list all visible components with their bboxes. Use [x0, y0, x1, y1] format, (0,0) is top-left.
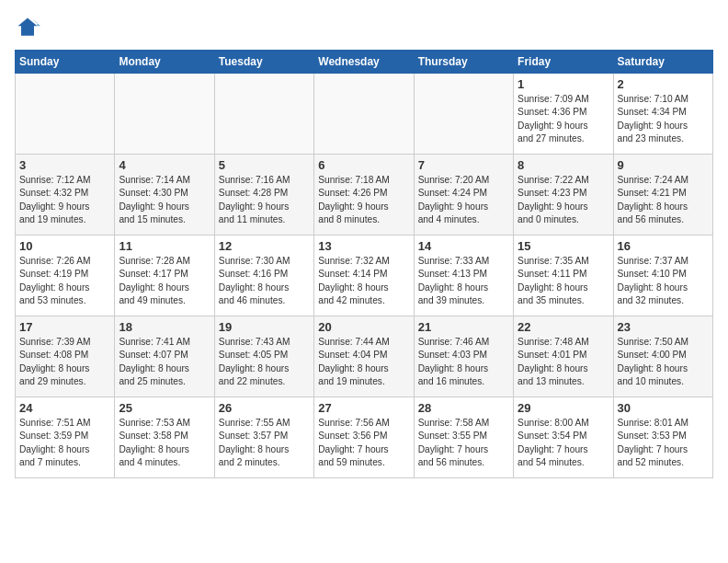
day-info: Sunrise: 7:33 AM Sunset: 4:13 PM Dayligh… — [418, 255, 509, 307]
calendar-day: 22Sunrise: 7:48 AM Sunset: 4:01 PM Dayli… — [514, 316, 613, 397]
calendar-day: 25Sunrise: 7:53 AM Sunset: 3:58 PM Dayli… — [115, 397, 214, 478]
day-number: 9 — [618, 158, 709, 172]
calendar-day: 24Sunrise: 7:51 AM Sunset: 3:59 PM Dayli… — [16, 397, 115, 478]
calendar-week-row: 10Sunrise: 7:26 AM Sunset: 4:19 PM Dayli… — [16, 236, 713, 316]
day-info: Sunrise: 7:35 AM Sunset: 4:11 PM Dayligh… — [518, 255, 609, 307]
day-info: Sunrise: 7:16 AM Sunset: 4:28 PM Dayligh… — [219, 174, 310, 226]
calendar-day: 3Sunrise: 7:12 AM Sunset: 4:32 PM Daylig… — [16, 155, 115, 236]
calendar-week-row: 24Sunrise: 7:51 AM Sunset: 3:59 PM Dayli… — [16, 397, 713, 478]
calendar-day: 20Sunrise: 7:44 AM Sunset: 4:04 PM Dayli… — [314, 316, 414, 397]
day-number: 4 — [119, 158, 210, 172]
day-number: 7 — [418, 158, 509, 172]
weekday-header-monday: Monday — [115, 51, 214, 74]
day-number: 10 — [19, 239, 110, 253]
calendar-day: 15Sunrise: 7:35 AM Sunset: 4:11 PM Dayli… — [514, 236, 613, 316]
day-number: 6 — [318, 158, 409, 172]
day-number: 8 — [518, 158, 609, 172]
day-info: Sunrise: 7:10 AM Sunset: 4:34 PM Dayligh… — [618, 93, 709, 145]
day-info: Sunrise: 7:14 AM Sunset: 4:30 PM Dayligh… — [119, 174, 210, 226]
day-number: 25 — [119, 401, 210, 415]
day-info: Sunrise: 7:09 AM Sunset: 4:36 PM Dayligh… — [518, 93, 609, 145]
calendar-day — [115, 74, 214, 155]
day-number: 12 — [219, 239, 310, 253]
calendar-day: 29Sunrise: 8:00 AM Sunset: 3:54 PM Dayli… — [514, 397, 613, 478]
weekday-header-friday: Friday — [514, 51, 613, 74]
calendar-day: 12Sunrise: 7:30 AM Sunset: 4:16 PM Dayli… — [214, 236, 313, 316]
day-info: Sunrise: 7:37 AM Sunset: 4:10 PM Dayligh… — [618, 255, 709, 307]
calendar-day: 8Sunrise: 7:22 AM Sunset: 4:23 PM Daylig… — [514, 155, 613, 236]
calendar-day: 6Sunrise: 7:18 AM Sunset: 4:26 PM Daylig… — [314, 155, 414, 236]
calendar-day: 30Sunrise: 8:01 AM Sunset: 3:53 PM Dayli… — [613, 397, 712, 478]
weekday-header-sunday: Sunday — [16, 51, 115, 74]
day-info: Sunrise: 7:12 AM Sunset: 4:32 PM Dayligh… — [19, 174, 110, 226]
day-number: 14 — [418, 239, 509, 253]
day-info: Sunrise: 7:56 AM Sunset: 3:56 PM Dayligh… — [318, 417, 409, 469]
day-info: Sunrise: 7:58 AM Sunset: 3:55 PM Dayligh… — [418, 417, 509, 469]
calendar-day: 28Sunrise: 7:58 AM Sunset: 3:55 PM Dayli… — [414, 397, 513, 478]
calendar-week-row: 1Sunrise: 7:09 AM Sunset: 4:36 PM Daylig… — [16, 74, 713, 155]
calendar-day: 9Sunrise: 7:24 AM Sunset: 4:21 PM Daylig… — [613, 155, 712, 236]
day-info: Sunrise: 7:53 AM Sunset: 3:58 PM Dayligh… — [119, 417, 210, 469]
calendar-day: 4Sunrise: 7:14 AM Sunset: 4:30 PM Daylig… — [115, 155, 214, 236]
calendar-day — [314, 74, 414, 155]
day-number: 5 — [219, 158, 310, 172]
day-number: 17 — [19, 320, 110, 334]
day-info: Sunrise: 7:28 AM Sunset: 4:17 PM Dayligh… — [119, 255, 210, 307]
weekday-header-saturday: Saturday — [613, 51, 712, 74]
day-number: 29 — [518, 401, 609, 415]
day-info: Sunrise: 7:18 AM Sunset: 4:26 PM Dayligh… — [318, 174, 409, 226]
day-info: Sunrise: 7:26 AM Sunset: 4:19 PM Dayligh… — [19, 255, 110, 307]
calendar-header-row: SundayMondayTuesdayWednesdayThursdayFrid… — [16, 51, 713, 74]
calendar-day: 7Sunrise: 7:20 AM Sunset: 4:24 PM Daylig… — [414, 155, 513, 236]
calendar-day: 1Sunrise: 7:09 AM Sunset: 4:36 PM Daylig… — [514, 74, 613, 155]
day-info: Sunrise: 7:20 AM Sunset: 4:24 PM Dayligh… — [418, 174, 509, 226]
day-number: 19 — [219, 320, 310, 334]
calendar-day — [414, 74, 513, 155]
day-number: 11 — [119, 239, 210, 253]
day-number: 16 — [618, 239, 709, 253]
calendar-day: 18Sunrise: 7:41 AM Sunset: 4:07 PM Dayli… — [115, 316, 214, 397]
calendar-day: 19Sunrise: 7:43 AM Sunset: 4:05 PM Dayli… — [214, 316, 313, 397]
logo-icon — [15, 15, 40, 40]
day-number: 2 — [618, 77, 709, 91]
day-number: 21 — [418, 320, 509, 334]
page-header — [15, 15, 713, 40]
day-number: 13 — [318, 239, 409, 253]
day-info: Sunrise: 7:22 AM Sunset: 4:23 PM Dayligh… — [518, 174, 609, 226]
day-info: Sunrise: 7:55 AM Sunset: 3:57 PM Dayligh… — [219, 417, 310, 469]
day-info: Sunrise: 8:01 AM Sunset: 3:53 PM Dayligh… — [618, 417, 709, 469]
day-number: 26 — [219, 401, 310, 415]
calendar-day: 21Sunrise: 7:46 AM Sunset: 4:03 PM Dayli… — [414, 316, 513, 397]
day-number: 24 — [19, 401, 110, 415]
calendar-day: 27Sunrise: 7:56 AM Sunset: 3:56 PM Dayli… — [314, 397, 414, 478]
day-number: 20 — [318, 320, 409, 334]
calendar-day — [16, 74, 115, 155]
calendar-day: 23Sunrise: 7:50 AM Sunset: 4:00 PM Dayli… — [613, 316, 712, 397]
day-info: Sunrise: 7:43 AM Sunset: 4:05 PM Dayligh… — [219, 336, 310, 388]
calendar-day: 13Sunrise: 7:32 AM Sunset: 4:14 PM Dayli… — [314, 236, 414, 316]
weekday-header-tuesday: Tuesday — [214, 51, 313, 74]
day-info: Sunrise: 7:46 AM Sunset: 4:03 PM Dayligh… — [418, 336, 509, 388]
logo — [15, 15, 44, 40]
day-info: Sunrise: 7:41 AM Sunset: 4:07 PM Dayligh… — [119, 336, 210, 388]
day-number: 28 — [418, 401, 509, 415]
calendar-day: 2Sunrise: 7:10 AM Sunset: 4:34 PM Daylig… — [613, 74, 712, 155]
weekday-header-wednesday: Wednesday — [314, 51, 414, 74]
day-number: 27 — [318, 401, 409, 415]
calendar-week-row: 3Sunrise: 7:12 AM Sunset: 4:32 PM Daylig… — [16, 155, 713, 236]
calendar-day: 5Sunrise: 7:16 AM Sunset: 4:28 PM Daylig… — [214, 155, 313, 236]
day-info: Sunrise: 7:48 AM Sunset: 4:01 PM Dayligh… — [518, 336, 609, 388]
day-info: Sunrise: 7:24 AM Sunset: 4:21 PM Dayligh… — [618, 174, 709, 226]
day-number: 3 — [19, 158, 110, 172]
day-info: Sunrise: 7:44 AM Sunset: 4:04 PM Dayligh… — [318, 336, 409, 388]
calendar-day: 11Sunrise: 7:28 AM Sunset: 4:17 PM Dayli… — [115, 236, 214, 316]
day-info: Sunrise: 8:00 AM Sunset: 3:54 PM Dayligh… — [518, 417, 609, 469]
day-info: Sunrise: 7:39 AM Sunset: 4:08 PM Dayligh… — [19, 336, 110, 388]
calendar-day: 10Sunrise: 7:26 AM Sunset: 4:19 PM Dayli… — [16, 236, 115, 316]
calendar-table: SundayMondayTuesdayWednesdayThursdayFrid… — [15, 50, 713, 478]
day-number: 22 — [518, 320, 609, 334]
day-number: 15 — [518, 239, 609, 253]
day-number: 30 — [618, 401, 709, 415]
day-info: Sunrise: 7:30 AM Sunset: 4:16 PM Dayligh… — [219, 255, 310, 307]
day-info: Sunrise: 7:51 AM Sunset: 3:59 PM Dayligh… — [19, 417, 110, 469]
